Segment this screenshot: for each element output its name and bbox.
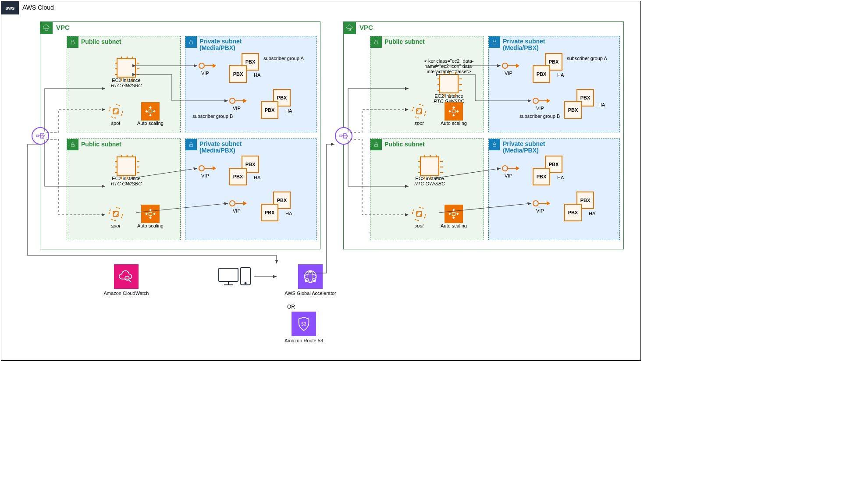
ha-label: HA bbox=[254, 72, 260, 78]
svg-rect-1 bbox=[113, 109, 118, 114]
svg-point-11 bbox=[43, 138, 44, 139]
vip-label: VIP bbox=[536, 208, 544, 213]
autoscale-icon bbox=[141, 102, 160, 121]
svg-rect-4 bbox=[71, 144, 75, 146]
spot-icon bbox=[410, 205, 428, 223]
vpc-icon bbox=[344, 22, 356, 34]
svg-text:53: 53 bbox=[301, 322, 306, 327]
vip-label: VIP bbox=[536, 106, 544, 111]
vpc-left: VPC Public subnet EC2 instance RTC GW/SB… bbox=[40, 21, 320, 249]
vip bbox=[502, 63, 519, 69]
pbx-box: PBX bbox=[533, 168, 550, 185]
vip-icon bbox=[533, 98, 550, 104]
spot-label: spot bbox=[415, 223, 424, 228]
svg-point-36 bbox=[245, 283, 246, 284]
svg-rect-16 bbox=[416, 109, 421, 114]
ec2-icon bbox=[420, 156, 439, 176]
load-balancer-icon bbox=[335, 127, 352, 145]
public-subnet-title: Public subnet bbox=[384, 141, 425, 148]
pbx-box: PBX bbox=[564, 101, 582, 119]
vip-label: VIP bbox=[201, 71, 209, 76]
auto-scaling: Auto scaling bbox=[137, 205, 164, 228]
cloud-label: AWS Cloud bbox=[22, 4, 54, 11]
pbx-box: PBX bbox=[261, 204, 278, 221]
ha-label: HA bbox=[557, 175, 564, 180]
svg-point-41 bbox=[313, 280, 316, 282]
svg-point-38 bbox=[305, 274, 317, 279]
public-subnet-top: Public subnet < ker class="ec2" data-nam… bbox=[370, 36, 484, 132]
auto-scaling: Auto scaling bbox=[441, 205, 467, 228]
vip bbox=[533, 98, 550, 104]
ec2-instance: < ker class="ec2" data-name="ec2-icon" d… bbox=[414, 58, 484, 104]
svg-rect-32 bbox=[219, 268, 238, 281]
lock-icon bbox=[489, 139, 500, 150]
svg-rect-20 bbox=[416, 211, 421, 216]
svg-point-42 bbox=[309, 270, 312, 273]
ec2-instance: EC2 instance RTC GW/SBC bbox=[111, 156, 142, 186]
private-subnet-title: Private subnet(Media/PBX) bbox=[503, 141, 545, 154]
lock-icon bbox=[185, 139, 197, 150]
svg-point-26 bbox=[346, 138, 347, 139]
accelerator-label: AWS Global Accelerator bbox=[277, 291, 343, 296]
public-subnet-top: Public subnet EC2 instance RTC GW/SBC sp… bbox=[67, 36, 181, 132]
vip-icon bbox=[229, 98, 247, 104]
load-balancer-icon bbox=[32, 127, 49, 145]
spot-icon bbox=[107, 205, 125, 223]
private-subnet-title: Private subnet(Media/PBX) bbox=[199, 38, 242, 52]
public-subnet-title: Public subnet bbox=[81, 141, 121, 148]
svg-rect-19 bbox=[375, 144, 378, 146]
public-subnet-bottom: Public subnet EC2 instance RTC GW/SBC sp… bbox=[67, 138, 181, 240]
lock-icon bbox=[489, 36, 500, 48]
vip-label: VIP bbox=[233, 208, 241, 213]
vip-a bbox=[199, 63, 216, 69]
autoscale-label: Auto scaling bbox=[441, 223, 467, 228]
public-subnet-bottom: Public subnet EC2 instance RTC GW/SBC sp… bbox=[370, 138, 484, 240]
lock-icon bbox=[185, 36, 197, 48]
aws-logo-text: aws bbox=[6, 5, 15, 11]
private-subnet-bottom: Private subnet(Media/PBX) VIP PBX PBX HA… bbox=[185, 138, 317, 240]
vip-b bbox=[229, 98, 247, 104]
autoscale-icon bbox=[445, 102, 463, 121]
autoscale-label: Auto scaling bbox=[441, 121, 467, 126]
private-subnet-top: Private subnet(Media/PBX) VIP PBX PBX su… bbox=[488, 36, 620, 132]
ha-label: HA bbox=[254, 175, 260, 180]
sub-group-b-label: subscriber group B bbox=[519, 114, 560, 119]
sub-group-b-label: subscriber group B bbox=[192, 114, 233, 119]
svg-point-30 bbox=[125, 276, 129, 281]
vip-label: VIP bbox=[505, 173, 512, 178]
clients-icon bbox=[216, 264, 253, 289]
vpc-right: VPC Public subnet < ker class="ec2" data… bbox=[343, 21, 624, 249]
private-subnet-title: Private subnet(Media/PBX) bbox=[503, 38, 545, 52]
global-accelerator: AWS Global Accelerator bbox=[277, 264, 343, 296]
svg-rect-8 bbox=[36, 135, 39, 137]
svg-rect-5 bbox=[113, 211, 118, 216]
ec2-label: EC2 instance bbox=[112, 176, 140, 181]
ec2-instance: EC2 instance RTC GW/SBC bbox=[414, 156, 445, 186]
public-subnet-title: Public subnet bbox=[81, 38, 121, 45]
svg-rect-0 bbox=[71, 42, 75, 44]
ha-label: HA bbox=[557, 72, 564, 78]
lock-icon bbox=[370, 139, 382, 150]
spot-icon bbox=[107, 102, 125, 121]
autoscale-icon bbox=[141, 205, 160, 223]
autoscale-icon bbox=[445, 205, 463, 223]
autoscale-label: Auto scaling bbox=[137, 121, 164, 126]
lock-icon bbox=[67, 139, 78, 150]
public-subnet-title: Public subnet bbox=[384, 38, 425, 45]
ec2-icon bbox=[117, 58, 136, 78]
pbx-box: PBX bbox=[533, 65, 550, 83]
accelerator-icon bbox=[298, 264, 323, 289]
private-subnet-bottom: Private subnet(Media/PBX) VIP PBX PBX HA… bbox=[488, 138, 620, 240]
svg-rect-3 bbox=[190, 42, 193, 44]
spot-label: spot bbox=[111, 121, 121, 126]
rtc-label: RTC GW/SBC bbox=[111, 83, 142, 88]
auto-scaling: Auto scaling bbox=[441, 102, 467, 126]
svg-rect-2 bbox=[149, 110, 152, 113]
svg-point-40 bbox=[305, 280, 308, 282]
pbx-box: PBX bbox=[261, 101, 278, 119]
vip bbox=[229, 200, 247, 206]
cloudwatch-icon bbox=[114, 264, 139, 289]
svg-rect-21 bbox=[452, 213, 455, 216]
cloudwatch-label: Amazon CloudWatch bbox=[102, 291, 150, 296]
autoscale-label: Auto scaling bbox=[137, 223, 164, 228]
